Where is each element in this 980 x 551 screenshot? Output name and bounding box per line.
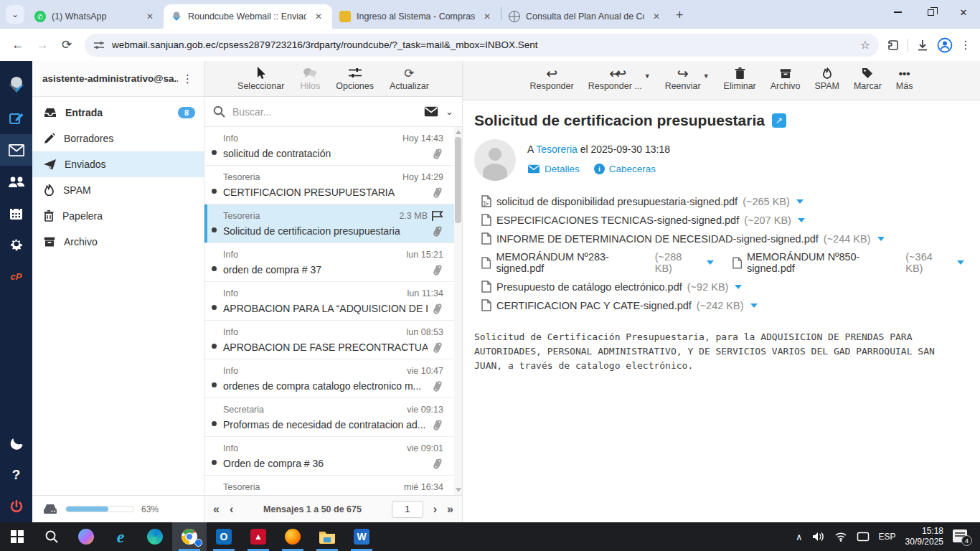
minimize-button[interactable] [881,0,914,24]
page-number-input[interactable] [392,501,423,518]
attachment-menu-icon[interactable] [957,260,964,265]
account-header[interactable]: asistente-administrativo@sa... ⋮ [32,61,204,97]
archive-button[interactable]: Archivo [771,65,801,91]
volume-icon[interactable] [812,532,825,542]
tab-plan-anual[interactable]: Consulta del Plan Anual de Con ✕ [501,4,670,29]
tab-close-icon[interactable]: ✕ [143,10,156,23]
cpanel-icon[interactable]: cP [0,260,32,292]
folder-archivo[interactable]: Archivo [32,229,204,255]
address-bar[interactable]: webmail.sanjuan.gob.ec/cpsess2879723216/… [85,34,879,57]
copilot-icon[interactable] [69,522,103,551]
folder-borradores[interactable]: Borradores [32,126,204,151]
bookmark-star-icon[interactable]: ☆ [860,38,870,52]
dark-mode-icon[interactable] [0,428,32,459]
restore-button[interactable] [914,0,947,24]
reply-all-dropdown-icon[interactable]: ▼ [644,72,651,91]
outlook-icon[interactable]: O [207,522,241,551]
folder-entrada[interactable]: Entrada 8 [32,100,204,126]
account-menu-icon[interactable]: ⋮ [178,72,198,85]
attachment-menu-icon[interactable] [750,303,758,308]
attachment-menu-icon[interactable] [796,199,804,204]
language-indicator[interactable]: ESP [879,532,896,542]
tab-close-icon[interactable]: ✕ [481,10,494,23]
back-button[interactable]: ← [7,34,29,56]
more-button[interactable]: ••• Más [896,65,913,91]
attachment-item[interactable]: solicitud de disponibilidad presupuestar… [481,195,804,207]
attachment-menu-icon[interactable] [707,260,714,265]
attachment-item[interactable]: MEMORÁNDUM Nº283-signed.pdf (~288 KB) [481,251,714,274]
internet-explorer-icon[interactable]: e [103,522,138,551]
folder-papelera[interactable]: Papelera [32,203,204,229]
compose-button[interactable] [0,103,32,134]
attachment-menu-icon[interactable] [798,218,805,222]
refresh-button[interactable]: ⟳ Actualizar [390,65,429,91]
edge-icon[interactable] [138,522,172,551]
mark-button[interactable]: Marcar [854,65,882,91]
search-input[interactable] [232,106,417,118]
forward-button[interactable]: → [32,34,53,56]
message-row[interactable]: Infolun 15:21 orden de compra # 37 [204,243,462,282]
scroll-up-icon[interactable] [456,130,461,134]
mail-nav-button[interactable] [0,134,32,166]
scroll-thumb[interactable] [455,137,461,223]
delete-button[interactable]: Eliminar [724,65,756,91]
next-page-icon[interactable]: › [433,503,437,516]
spam-button[interactable]: SPAM [814,65,839,91]
file-explorer-icon[interactable] [310,522,344,551]
downloads-icon[interactable] [915,38,930,52]
attachment-item[interactable]: Presupuesto de catálogo electrónico.pdf … [481,281,742,293]
acrobat-icon[interactable]: ▲ [241,522,275,551]
forward-dropdown-icon[interactable]: ▼ [703,72,710,91]
message-row-selected[interactable]: Tesoreria 2.3 MB Solicitud de certificac… [204,204,462,243]
search-options-chevron-icon[interactable]: ⌄ [446,106,453,117]
taskbar-search-icon[interactable] [34,522,69,551]
folder-spam[interactable]: SPAM [32,177,204,203]
help-icon[interactable]: ? [0,459,32,491]
open-in-new-window-icon[interactable]: ↗ [772,113,786,128]
message-row[interactable]: TesoreriaHoy 14:29 CERTIFICACION PRESUPU… [204,166,462,204]
tray-expand-icon[interactable]: ∧ [796,532,803,542]
message-row[interactable]: Secretariavie 09:13 Proformas de necesid… [204,398,462,437]
attachment-item[interactable]: MEMORÁNDUM Nº850-signed.pdf (~364 KB) [732,251,965,274]
tab-close-icon[interactable]: ✕ [650,10,663,23]
notifications-icon[interactable]: 4 [953,529,970,544]
folder-enviados[interactable]: Enviados [32,151,204,177]
flag-icon[interactable] [432,211,443,221]
details-toggle[interactable]: Detalles [527,164,580,174]
threads-button[interactable]: Hilos [300,65,320,91]
list-scrollbar[interactable] [454,127,462,495]
prev-page-icon[interactable]: ‹ [230,503,233,516]
profile-avatar-icon[interactable] [937,37,953,53]
settings-nav-button[interactable] [0,229,32,260]
reply-all-button[interactable]: ↩↩ Responder ... [588,65,642,91]
site-settings-icon[interactable] [93,40,105,50]
contacts-nav-button[interactable] [0,166,32,197]
browser-menu-icon[interactable]: ⋮ [960,38,971,52]
extensions-icon[interactable] [886,38,900,52]
attachment-menu-icon[interactable] [735,285,742,289]
word-icon[interactable]: W [344,522,379,551]
select-button[interactable]: Seleccionar [237,65,284,91]
attachment-item[interactable]: ESPECIFICACIONES TECNICAS-signed-signed.… [481,214,805,226]
reload-button[interactable]: ⟳ [56,34,77,56]
attachment-menu-icon[interactable] [877,237,885,241]
attachment-item[interactable]: CERTIFICACION PAC Y CATE-signed.pdf (~24… [481,299,758,311]
chrome-icon[interactable] [172,522,207,551]
new-tab-button[interactable]: + [676,8,684,23]
first-page-icon[interactable]: « [213,503,220,516]
message-row[interactable]: InfoHoy 14:43 solicitud de contratación [204,127,462,166]
headers-toggle[interactable]: i Cabeceras [594,164,656,174]
options-button[interactable]: Opciones [336,65,374,91]
cast-icon[interactable] [857,532,870,542]
message-row[interactable]: Infolun 11:34 APROBACION PARA LA “ADQUIS… [204,282,462,321]
last-page-icon[interactable]: » [447,503,453,516]
firefox-icon[interactable] [275,522,310,551]
search-scope-envelope-icon[interactable] [424,106,438,117]
message-row[interactable]: Infovie 10:47 ordenes de compra catalogo… [204,359,462,398]
tray-clock[interactable]: 15:18 30/9/2025 [905,526,943,547]
wifi-icon[interactable] [834,532,847,542]
tab-close-icon[interactable]: ✕ [312,10,325,23]
attachment-item[interactable]: INFORME DE DETERMINACION DE NECESIDAD-si… [481,232,885,245]
recipient-link[interactable]: Tesoreria [536,143,578,155]
calendar-nav-button[interactable] [0,197,32,229]
